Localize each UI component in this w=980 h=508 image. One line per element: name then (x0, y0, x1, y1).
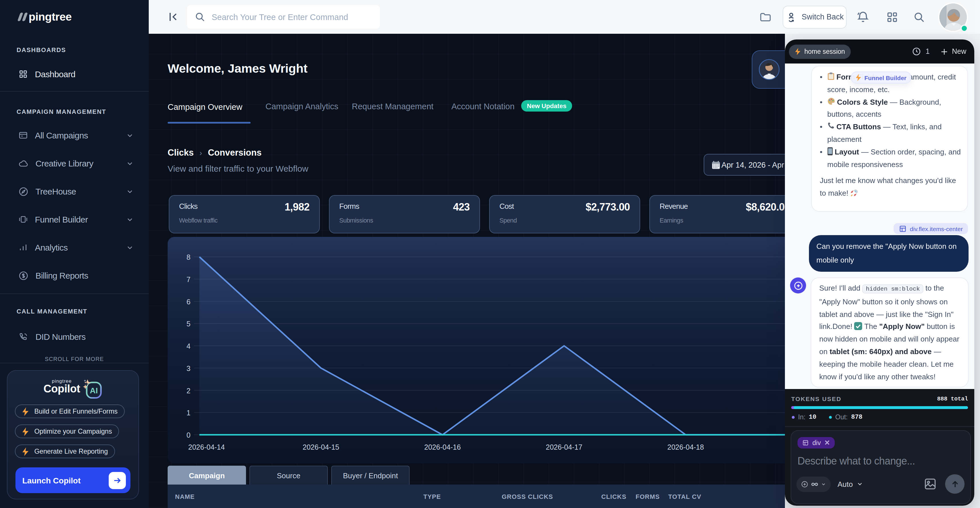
svg-text:1: 1 (186, 409, 191, 417)
svg-text:2026-04-16: 2026-04-16 (424, 443, 461, 451)
svg-text:3: 3 (186, 365, 191, 373)
svg-text:AI: AI (90, 386, 98, 395)
svg-text:8: 8 (186, 253, 191, 261)
svg-text:2: 2 (186, 387, 191, 395)
svg-text:7: 7 (186, 275, 191, 283)
svg-text:6: 6 (186, 298, 191, 306)
svg-text:4: 4 (186, 342, 191, 350)
svg-text:2026-04-18: 2026-04-18 (667, 443, 704, 451)
svg-text:2026-04-17: 2026-04-17 (546, 443, 582, 451)
svg-text:0: 0 (186, 431, 191, 439)
svg-text:5: 5 (186, 320, 191, 328)
svg-text:2026-04-14: 2026-04-14 (188, 443, 225, 451)
svg-text:2026-04-15: 2026-04-15 (303, 443, 339, 451)
